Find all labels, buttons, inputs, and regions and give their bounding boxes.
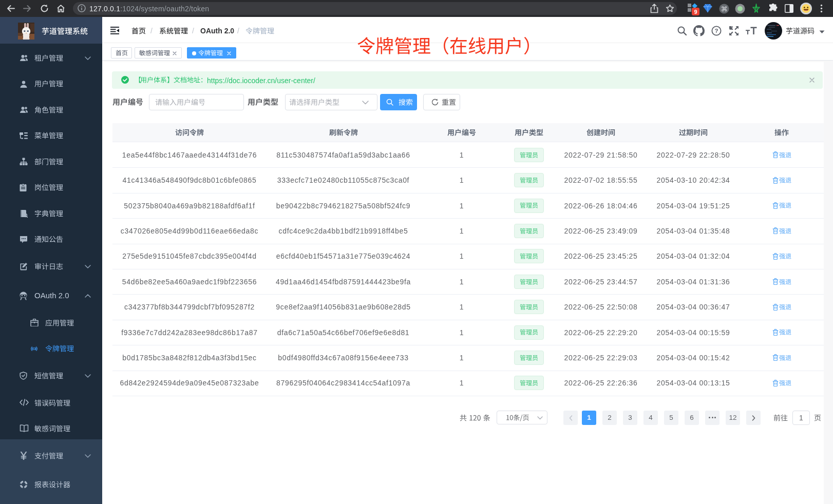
svg-text:9: 9 [694,9,697,15]
svg-text:⌘: ⌘ [721,5,728,13]
svg-text:?: ? [714,28,718,34]
